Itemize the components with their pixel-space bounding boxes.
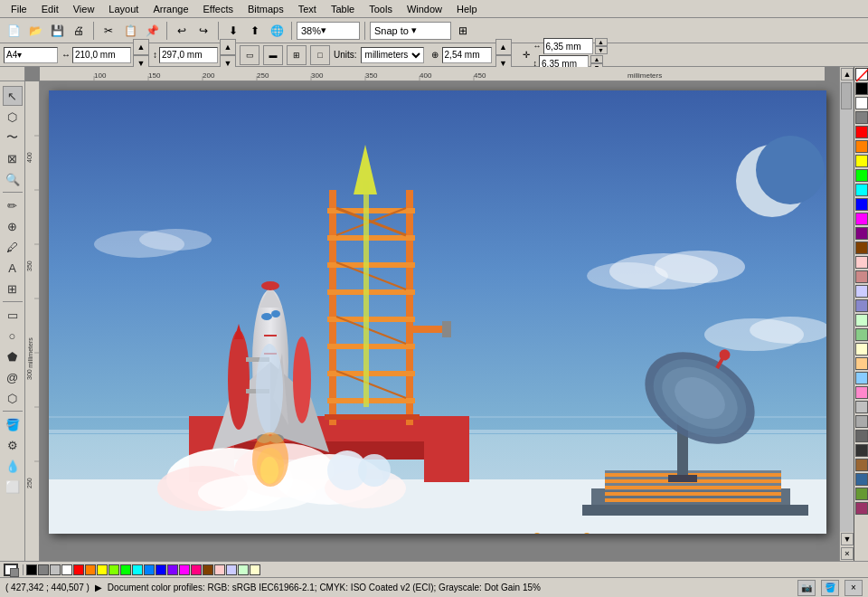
smudge-tool[interactable]: 〜 (3, 128, 23, 147)
magenta-swatch[interactable] (855, 213, 868, 225)
close-window-button[interactable]: × (841, 547, 854, 560)
paste-button[interactable]: 📌 (142, 21, 162, 41)
current-page-button[interactable]: □ (310, 45, 330, 65)
rose-swatch[interactable] (855, 270, 868, 283)
medium-green-swatch[interactable] (855, 328, 868, 341)
outline-indicator[interactable] (10, 568, 19, 577)
play-button[interactable]: ▶ (95, 583, 102, 592)
pen-tool[interactable]: 🖊 (3, 237, 23, 257)
zoom-tool[interactable]: 🔍 (3, 169, 23, 189)
rect-tool[interactable]: ▭ (3, 305, 23, 325)
gray-swatch[interactable] (855, 111, 868, 124)
brown-swatch[interactable] (855, 242, 868, 254)
menu-window[interactable]: Window (400, 0, 449, 18)
menu-layout[interactable]: Layout (101, 0, 146, 18)
scroll-thumb[interactable] (841, 82, 852, 109)
strip-red[interactable] (73, 564, 84, 575)
canvas-document[interactable] (49, 90, 826, 534)
menu-bitmaps[interactable]: Bitmaps (241, 0, 291, 18)
strip-gray[interactable] (38, 564, 49, 575)
dark-gray-swatch[interactable] (855, 430, 868, 442)
fill-tool[interactable]: 🪣 (3, 414, 23, 434)
publish-button[interactable]: 🌐 (267, 21, 287, 41)
snap-dropdown[interactable]: Snap to ▾ (370, 22, 451, 40)
menu-effects[interactable]: Effects (196, 0, 241, 18)
y-up[interactable]: ▲ (590, 55, 603, 63)
portrait-button[interactable]: ▭ (240, 45, 259, 65)
snap-options-button[interactable]: ⊞ (453, 21, 473, 41)
fill-color-icon[interactable]: 🪣 (821, 580, 839, 596)
menu-edit[interactable]: Edit (34, 0, 66, 18)
peach-swatch[interactable] (855, 357, 868, 370)
height-input[interactable] (159, 47, 218, 63)
yellow-swatch[interactable] (855, 155, 868, 167)
x-down[interactable]: ▼ (595, 46, 608, 54)
menu-tools[interactable]: Tools (362, 0, 400, 18)
white-swatch[interactable] (855, 97, 868, 109)
light-pink-swatch[interactable] (855, 256, 868, 269)
width-input[interactable] (72, 47, 131, 63)
crop-tool[interactable]: ⊠ (3, 148, 23, 168)
red-swatch[interactable] (855, 126, 868, 138)
menu-table[interactable]: Table (324, 0, 362, 18)
polygon-tool[interactable]: ⬟ (3, 346, 23, 366)
height-up[interactable]: ▲ (220, 39, 236, 55)
select-tool[interactable]: ↖ (3, 86, 23, 106)
menu-file[interactable]: File (4, 0, 34, 18)
strip-green[interactable] (120, 564, 131, 575)
open-button[interactable]: 📂 (25, 21, 45, 41)
strip-lime[interactable] (108, 564, 119, 575)
strip-blue[interactable] (156, 564, 166, 575)
strip-violet[interactable] (167, 564, 178, 575)
x-up[interactable]: ▲ (595, 38, 608, 46)
strip-lt-green[interactable] (238, 564, 249, 575)
strip-orange[interactable] (85, 564, 96, 575)
light-yellow-swatch[interactable] (855, 343, 868, 355)
strip-lt-blue[interactable] (226, 564, 237, 575)
scroll-down-button[interactable]: ▼ (841, 533, 854, 545)
units-dropdown[interactable]: millimeters inches pixels (361, 47, 424, 63)
fill-indicator[interactable] (4, 564, 18, 576)
strip-cream[interactable] (250, 564, 260, 575)
menu-help[interactable]: Help (449, 0, 485, 18)
menu-view[interactable]: View (66, 0, 102, 18)
blue-swatch[interactable] (855, 198, 868, 211)
right-scrollbar[interactable]: ▲ ▼ × (839, 67, 854, 561)
landscape-button[interactable]: ▬ (263, 45, 283, 65)
plum-swatch[interactable] (855, 502, 868, 515)
green-swatch[interactable] (855, 169, 868, 182)
outline-tool[interactable]: ⬜ (3, 477, 23, 497)
strip-cyan[interactable] (132, 564, 143, 575)
steel-blue-swatch[interactable] (855, 473, 868, 486)
redo-button[interactable]: ↪ (193, 21, 213, 41)
copy-button[interactable]: 📋 (120, 21, 140, 41)
camera-icon[interactable]: 📷 (797, 580, 816, 596)
table-tool[interactable]: ⊞ (3, 279, 23, 298)
charcoal-swatch[interactable] (855, 444, 868, 457)
cut-button[interactable]: ✂ (99, 21, 118, 41)
mid-gray-swatch[interactable] (855, 415, 868, 428)
light-blue-swatch[interactable] (855, 285, 868, 298)
all-pages-button[interactable]: ⊞ (287, 45, 307, 65)
smart-fill-tool[interactable]: ⊕ (3, 216, 23, 236)
text-tool[interactable]: A (3, 258, 23, 278)
hot-pink-swatch[interactable] (855, 386, 868, 399)
nudge-up[interactable]: ▲ (495, 39, 512, 55)
x-coord-input[interactable] (543, 38, 593, 54)
nudge-input[interactable] (442, 47, 492, 63)
purple-swatch[interactable] (855, 227, 868, 240)
ellipse-tool[interactable]: ○ (3, 326, 23, 346)
new-button[interactable]: 📄 (4, 21, 24, 41)
strip-silver[interactable] (50, 564, 61, 575)
eyedropper-tool[interactable]: 💧 (3, 456, 23, 476)
strip-white[interactable] (61, 564, 72, 575)
spiral-tool[interactable]: @ (3, 367, 23, 387)
sky-swatch[interactable] (855, 372, 868, 384)
print-button[interactable]: 🖨 (69, 21, 89, 41)
strip-yellow[interactable] (97, 564, 108, 575)
scroll-track[interactable] (840, 81, 854, 532)
tan-swatch[interactable] (855, 459, 868, 471)
menu-arrange[interactable]: Arrange (146, 0, 195, 18)
menu-text[interactable]: Text (291, 0, 324, 18)
orange-swatch[interactable] (855, 140, 868, 153)
